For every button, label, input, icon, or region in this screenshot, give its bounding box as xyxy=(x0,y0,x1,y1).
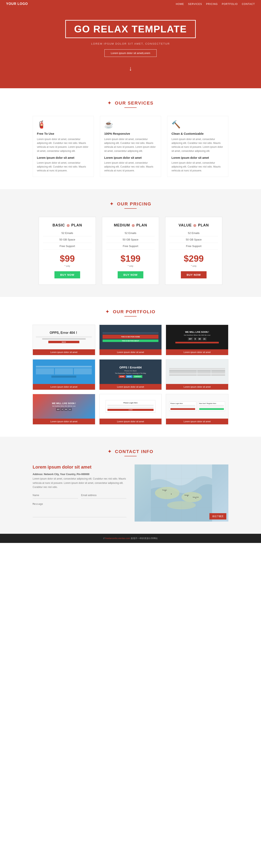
service-title-2: Clean & Customizable xyxy=(172,132,224,135)
portfolio-item-8[interactable]: Please Login Here New User? Register Her… xyxy=(166,394,228,425)
pricing-card-0: BASIC ◎ PLAN 52 Emails 50 GB Space Free … xyxy=(39,217,96,285)
pricing-plan-title-1: MEDIUM ◎ PLAN xyxy=(106,223,155,227)
contact-email-input[interactable] xyxy=(81,492,127,498)
buy-btn-2[interactable]: BUY NOW xyxy=(181,271,207,278)
svg-point-5 xyxy=(171,494,172,494)
portfolio-caption-1: Lorem ipsum dolor sit amet xyxy=(99,349,162,355)
service-subdesc-1: Lorem ipsum dolor sit amet, consectetur … xyxy=(104,161,157,173)
hero-section: GO RELAX TEMPLATE LOREM IPSUM DOLOR SIT … xyxy=(0,8,261,88)
map-inner: Toronto Boston New York xyxy=(135,464,228,522)
svg-text:New York: New York xyxy=(193,496,199,498)
buy-btn-0[interactable]: BUY NOW xyxy=(54,271,80,278)
portfolio-section: ✦ OUR PORTFOLIO OPPS, Error 404！ BACK Lo… xyxy=(0,297,261,437)
contact-left: Lorem ipsum dolor sit amet Address: Netw… xyxy=(33,464,126,522)
pricing-emails-0: 52 Emails xyxy=(43,231,92,237)
nav-services[interactable]: SERVICES xyxy=(188,3,202,5)
plan-icon-2: ◎ xyxy=(193,223,196,227)
service-title-0: Free To Use xyxy=(37,132,89,135)
portfolio-caption-4: Lorem ipsum dolor sit amet xyxy=(99,384,162,390)
portfolio-thumb-8: Please Login Here New User? Register Her… xyxy=(166,394,228,418)
hero-title: GO RELAX TEMPLATE xyxy=(74,24,187,35)
portfolio-item-2[interactable]: WE WILL LIVE SOON ! Get Notified When We… xyxy=(166,325,228,355)
services-icon: ✦ xyxy=(108,100,112,105)
pricing-card-2: VALUE ◎ PLAN 52 Emails 50 GB Space Free … xyxy=(165,217,222,285)
service-subtitle-1: Lorem ipsum dolor sit amet xyxy=(104,156,157,159)
pricing-only-1: * only xyxy=(106,265,155,267)
svg-point-2 xyxy=(181,492,202,502)
portfolio-thumb-4: OPPS ! Error404 Please Go Back The Expre… xyxy=(99,360,162,384)
pricing-support-1: Free Support xyxy=(106,245,155,249)
service-subtitle-2: Lorem ipsum dolor sit amet xyxy=(172,156,224,159)
nav-contact[interactable]: CONTACT xyxy=(242,3,255,5)
hero-title-box: GO RELAX TEMPLATE xyxy=(65,20,196,38)
portfolio-caption-7: Lorem ipsum dolor sit amet xyxy=(99,418,162,424)
portfolio-item-6[interactable]: WE WILL LIVE SOON ! Get Notified When We… xyxy=(33,394,95,425)
footer: // freelancerbs.xienlao.com 发现不一样的资源分享网站 xyxy=(0,534,261,543)
portfolio-item-0[interactable]: OPPS, Error 404！ BACK Lorem ipsum dolor … xyxy=(33,325,95,355)
service-subtitle-0: Lorem ipsum dolor sit amet xyxy=(37,156,89,159)
contact-name-input[interactable] xyxy=(33,492,78,498)
portfolio-item-4[interactable]: OPPS ! Error404 Please Go Back The Expre… xyxy=(99,359,162,390)
service-icon-0: 🧯 xyxy=(37,120,89,129)
portfolio-item-3[interactable]: Lorem ipsum dolor sit amet xyxy=(33,359,95,390)
nav-portfolio[interactable]: PORTFOLIO xyxy=(222,3,238,5)
hero-subtitle: LOREM IPSUM DOLOR SIT AMET, CONSECTETUR xyxy=(4,42,257,45)
service-desc-1: Lorem ipsum dolor sit amet, consectetur … xyxy=(104,137,157,153)
contact-desc: Lorem ipsum dolor sit amet, consectetur … xyxy=(33,477,126,489)
footer-link[interactable]: freelancerbs.xienlao.com xyxy=(105,537,130,539)
pricing-only-2: * only xyxy=(169,265,218,267)
service-title-1: 100% Responsive xyxy=(104,132,157,135)
plan-icon-0: ◎ xyxy=(67,223,70,227)
service-icon-1: ☕ xyxy=(104,120,157,129)
portfolio-thumb-5 xyxy=(166,360,228,384)
contact-form-row xyxy=(33,492,126,501)
pricing-emails-1: 52 Emails xyxy=(106,231,155,237)
portfolio-caption-0: Lorem ipsum dolor sit amet xyxy=(33,349,95,355)
pricing-section: ✦ OUR PRICING BASIC ◎ PLAN 52 Emails 50 … xyxy=(0,189,261,297)
pricing-price-0: $99 xyxy=(43,253,92,264)
map-download-button[interactable]: 前往下载页 xyxy=(209,513,226,520)
portfolio-thumb-1: THIS IS SECTION HOME THIS IS SECTION ABO… xyxy=(99,325,162,349)
pricing-icon: ✦ xyxy=(110,202,114,207)
portfolio-item-1[interactable]: THIS IS SECTION HOME THIS IS SECTION ABO… xyxy=(99,325,162,355)
nav-links: HOME SERVICES PRICING PORTFOLIO CONTACT xyxy=(176,2,255,5)
contact-right: Toronto Boston New York 前往下载页 xyxy=(135,464,228,522)
pricing-price-1: $199 xyxy=(106,253,155,264)
contact-heading: Lorem ipsum dolor sit amet xyxy=(33,464,126,470)
portfolio-underline xyxy=(124,316,137,316)
portfolio-icon: ✦ xyxy=(106,309,110,314)
service-card-1: ☕ 100% Responsive Lorem ipsum dolor sit … xyxy=(100,116,161,177)
pricing-underline xyxy=(124,208,137,209)
portfolio-thumb-0: OPPS, Error 404！ BACK xyxy=(33,325,95,349)
map-placeholder: Toronto Boston New York 前往下载页 xyxy=(135,464,228,522)
hero-scroll-icon: ↓ xyxy=(4,65,257,72)
service-subdesc-0: Lorem ipsum dolor sit amet, consectetur … xyxy=(37,161,89,173)
hero-cta-button[interactable]: Lorem ipsum dolor sit ametLorem xyxy=(105,49,156,57)
portfolio-caption-3: Lorem ipsum dolor sit amet xyxy=(33,384,95,390)
buy-btn-1[interactable]: BUY NOW xyxy=(118,271,143,278)
services-grid: 🧯 Free To Use Lorem ipsum dolor sit amet… xyxy=(33,116,228,177)
service-subdesc-2: Lorem ipsum dolor sit amet, consectetur … xyxy=(172,161,224,173)
svg-text:Boston: Boston xyxy=(184,494,189,496)
service-desc-2: Lorem ipsum dolor sit amet, consectetur … xyxy=(172,137,224,153)
portfolio-item-7[interactable]: Please Login Here LOGIN Lorem ipsum dolo… xyxy=(99,394,162,425)
portfolio-thumb-2: WE WILL LIVE SOON ! Get Notified When We… xyxy=(166,325,228,349)
pricing-card-1: MEDIUM ◎ PLAN 52 Emails 50 GB Space Free… xyxy=(102,217,159,285)
contact-inner: Lorem ipsum dolor sit amet Address: Netw… xyxy=(33,464,228,522)
services-title: ✦ OUR SERVICES xyxy=(8,100,253,106)
plan-icon-1: ◎ xyxy=(132,223,135,227)
nav-pricing[interactable]: PRICING xyxy=(206,3,218,5)
service-card-2: 🔨 Clean & Customizable Lorem ipsum dolor… xyxy=(167,116,228,177)
portfolio-caption-5: Lorem ipsum dolor sit amet xyxy=(166,384,228,390)
pricing-price-2: $299 xyxy=(169,253,218,264)
footer-text: // xyxy=(104,537,105,539)
pricing-support-2: Free Support xyxy=(169,245,218,249)
service-card-0: 🧯 Free To Use Lorem ipsum dolor sit amet… xyxy=(33,116,94,177)
portfolio-item-5[interactable]: Lorem ipsum dolor sit amet xyxy=(166,359,228,390)
portfolio-caption-8: Lorem ipsum dolor sit amet xyxy=(166,418,228,424)
contact-message-input[interactable] xyxy=(33,501,126,517)
pricing-grid: BASIC ◎ PLAN 52 Emails 50 GB Space Free … xyxy=(39,217,222,285)
service-icon-2: 🔨 xyxy=(172,120,224,129)
nav-home[interactable]: HOME xyxy=(176,3,184,5)
contact-icon: ✦ xyxy=(108,449,112,454)
